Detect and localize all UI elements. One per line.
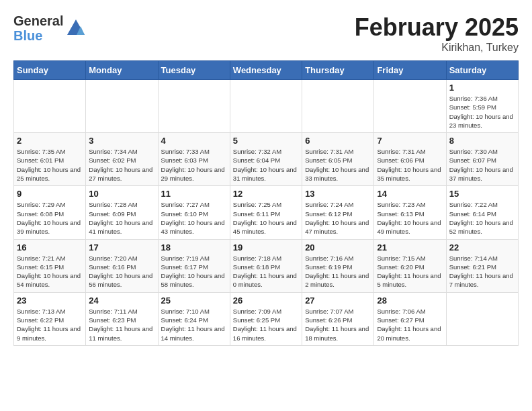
table-cell: 15Sunrise: 7:22 AM Sunset: 6:14 PM Dayli… — [446, 186, 518, 239]
day-info: Sunrise: 7:21 AM Sunset: 6:15 PM Dayligh… — [17, 254, 83, 289]
col-wednesday: Wednesday — [230, 61, 302, 80]
day-info: Sunrise: 7:06 AM Sunset: 6:27 PM Dayligh… — [377, 307, 443, 342]
table-cell: 19Sunrise: 7:18 AM Sunset: 6:18 PM Dayli… — [230, 239, 302, 292]
logo-general: General — [13, 13, 63, 28]
day-info: Sunrise: 7:27 AM Sunset: 6:10 PM Dayligh… — [161, 200, 227, 236]
table-cell: 13Sunrise: 7:24 AM Sunset: 6:12 PM Dayli… — [302, 186, 374, 239]
day-info: Sunrise: 7:11 AM Sunset: 6:23 PM Dayligh… — [89, 307, 154, 342]
day-number: 25 — [161, 295, 227, 306]
table-cell: 10Sunrise: 7:28 AM Sunset: 6:09 PM Dayli… — [86, 186, 158, 239]
day-info: Sunrise: 7:10 AM Sunset: 6:24 PM Dayligh… — [161, 307, 227, 342]
table-cell: 4Sunrise: 7:33 AM Sunset: 6:03 PM Daylig… — [158, 133, 230, 186]
day-info: Sunrise: 7:23 AM Sunset: 6:13 PM Dayligh… — [377, 200, 443, 236]
week-row-2: 9Sunrise: 7:29 AM Sunset: 6:08 PM Daylig… — [14, 186, 519, 239]
day-info: Sunrise: 7:36 AM Sunset: 5:59 PM Dayligh… — [449, 94, 515, 130]
day-number: 11 — [161, 189, 227, 199]
calendar: Sunday Monday Tuesday Wednesday Thursday… — [13, 60, 519, 346]
table-cell: 11Sunrise: 7:27 AM Sunset: 6:10 PM Dayli… — [158, 186, 230, 239]
col-monday: Monday — [86, 61, 158, 80]
day-number: 28 — [377, 295, 443, 306]
day-number: 18 — [161, 242, 227, 253]
table-cell: 21Sunrise: 7:15 AM Sunset: 6:20 PM Dayli… — [374, 239, 446, 292]
week-row-0: 1Sunrise: 7:36 AM Sunset: 5:59 PM Daylig… — [14, 80, 519, 133]
day-info: Sunrise: 7:13 AM Sunset: 6:22 PM Dayligh… — [17, 307, 83, 342]
day-info: Sunrise: 7:30 AM Sunset: 6:07 PM Dayligh… — [449, 147, 515, 183]
day-number: 15 — [449, 189, 515, 199]
day-number: 12 — [233, 189, 299, 199]
week-row-4: 23Sunrise: 7:13 AM Sunset: 6:22 PM Dayli… — [14, 292, 519, 345]
day-info: Sunrise: 7:22 AM Sunset: 6:14 PM Dayligh… — [449, 200, 515, 236]
table-cell: 24Sunrise: 7:11 AM Sunset: 6:23 PM Dayli… — [86, 292, 158, 345]
table-cell — [158, 80, 230, 133]
day-number: 9 — [17, 189, 83, 199]
table-cell — [230, 80, 302, 133]
day-info: Sunrise: 7:28 AM Sunset: 6:09 PM Dayligh… — [89, 200, 154, 236]
day-info: Sunrise: 7:16 AM Sunset: 6:19 PM Dayligh… — [305, 254, 371, 289]
day-info: Sunrise: 7:19 AM Sunset: 6:17 PM Dayligh… — [161, 254, 227, 289]
table-cell: 6Sunrise: 7:31 AM Sunset: 6:05 PM Daylig… — [302, 133, 374, 186]
day-number: 21 — [377, 242, 443, 253]
day-number: 24 — [89, 295, 154, 306]
day-number: 8 — [449, 136, 515, 146]
col-thursday: Thursday — [302, 61, 374, 80]
table-cell: 12Sunrise: 7:25 AM Sunset: 6:11 PM Dayli… — [230, 186, 302, 239]
logo-blue: Blue — [13, 28, 63, 43]
table-cell: 1Sunrise: 7:36 AM Sunset: 5:59 PM Daylig… — [446, 80, 518, 133]
table-cell: 23Sunrise: 7:13 AM Sunset: 6:22 PM Dayli… — [14, 292, 86, 345]
table-cell: 5Sunrise: 7:32 AM Sunset: 6:04 PM Daylig… — [230, 133, 302, 186]
table-cell — [374, 80, 446, 133]
table-cell: 17Sunrise: 7:20 AM Sunset: 6:16 PM Dayli… — [86, 239, 158, 292]
col-sunday: Sunday — [14, 61, 86, 80]
table-cell — [302, 80, 374, 133]
day-number: 6 — [305, 136, 371, 146]
col-friday: Friday — [374, 61, 446, 80]
day-number: 7 — [377, 136, 443, 146]
location: Kirikhan, Turkey — [355, 42, 519, 54]
day-number: 10 — [89, 189, 154, 199]
day-info: Sunrise: 7:32 AM Sunset: 6:04 PM Dayligh… — [233, 147, 299, 183]
table-cell: 25Sunrise: 7:10 AM Sunset: 6:24 PM Dayli… — [158, 292, 230, 345]
table-cell: 28Sunrise: 7:06 AM Sunset: 6:27 PM Dayli… — [374, 292, 446, 345]
day-number: 3 — [89, 136, 154, 146]
day-info: Sunrise: 7:14 AM Sunset: 6:21 PM Dayligh… — [449, 254, 515, 289]
day-info: Sunrise: 7:34 AM Sunset: 6:02 PM Dayligh… — [89, 147, 154, 183]
week-row-3: 16Sunrise: 7:21 AM Sunset: 6:15 PM Dayli… — [14, 239, 519, 292]
day-number: 13 — [305, 189, 371, 199]
day-number: 16 — [17, 242, 83, 253]
day-number: 23 — [17, 295, 83, 306]
table-cell — [86, 80, 158, 133]
day-info: Sunrise: 7:25 AM Sunset: 6:11 PM Dayligh… — [233, 200, 299, 236]
table-cell: 14Sunrise: 7:23 AM Sunset: 6:13 PM Dayli… — [374, 186, 446, 239]
day-info: Sunrise: 7:29 AM Sunset: 6:08 PM Dayligh… — [17, 200, 83, 236]
day-info: Sunrise: 7:24 AM Sunset: 6:12 PM Dayligh… — [305, 200, 371, 236]
table-cell: 8Sunrise: 7:30 AM Sunset: 6:07 PM Daylig… — [446, 133, 518, 186]
table-cell: 9Sunrise: 7:29 AM Sunset: 6:08 PM Daylig… — [14, 186, 86, 239]
day-info: Sunrise: 7:07 AM Sunset: 6:26 PM Dayligh… — [305, 307, 371, 342]
day-info: Sunrise: 7:31 AM Sunset: 6:06 PM Dayligh… — [377, 147, 443, 183]
table-cell: 3Sunrise: 7:34 AM Sunset: 6:02 PM Daylig… — [86, 133, 158, 186]
logo-icon — [66, 18, 86, 38]
header: General Blue February 2025 Kirikhan, Tur… — [13, 13, 519, 54]
day-number: 27 — [305, 295, 371, 306]
table-cell: 7Sunrise: 7:31 AM Sunset: 6:06 PM Daylig… — [374, 133, 446, 186]
day-number: 14 — [377, 189, 443, 199]
day-number: 20 — [305, 242, 371, 253]
table-cell: 20Sunrise: 7:16 AM Sunset: 6:19 PM Dayli… — [302, 239, 374, 292]
day-number: 4 — [161, 136, 227, 146]
table-cell: 18Sunrise: 7:19 AM Sunset: 6:17 PM Dayli… — [158, 239, 230, 292]
day-number: 5 — [233, 136, 299, 146]
day-info: Sunrise: 7:18 AM Sunset: 6:18 PM Dayligh… — [233, 254, 299, 289]
table-cell — [446, 292, 518, 345]
logo: General Blue — [13, 13, 86, 43]
title-section: February 2025 Kirikhan, Turkey — [355, 13, 519, 54]
table-cell: 2Sunrise: 7:35 AM Sunset: 6:01 PM Daylig… — [14, 133, 86, 186]
day-number: 26 — [233, 295, 299, 306]
col-tuesday: Tuesday — [158, 61, 230, 80]
day-info: Sunrise: 7:31 AM Sunset: 6:05 PM Dayligh… — [305, 147, 371, 183]
day-info: Sunrise: 7:09 AM Sunset: 6:25 PM Dayligh… — [233, 307, 299, 342]
table-cell: 27Sunrise: 7:07 AM Sunset: 6:26 PM Dayli… — [302, 292, 374, 345]
day-info: Sunrise: 7:20 AM Sunset: 6:16 PM Dayligh… — [89, 254, 154, 289]
col-saturday: Saturday — [446, 61, 518, 80]
day-number: 17 — [89, 242, 154, 253]
day-number: 19 — [233, 242, 299, 253]
